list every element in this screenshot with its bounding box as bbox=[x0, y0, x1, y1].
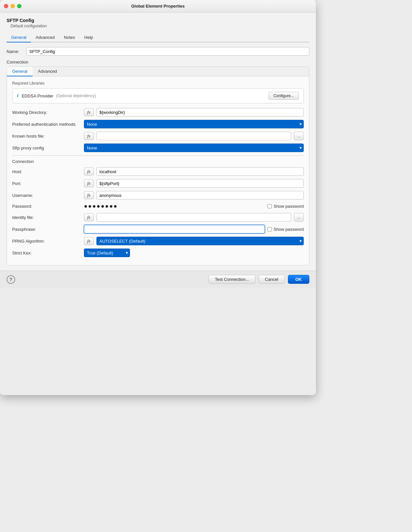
working-directory-input[interactable] bbox=[96, 108, 304, 117]
password-label: Password: bbox=[12, 204, 81, 209]
main-content: SFTP Config Default configuration Genera… bbox=[0, 13, 316, 271]
preferred-auth-select-wrapper: None ▼ bbox=[84, 120, 304, 128]
inner-panel: General Advanced Required Libraries i ED… bbox=[7, 66, 309, 265]
strict-kex-label: Strict Kex: bbox=[12, 251, 81, 255]
prng-label: PRNG Algorithm: bbox=[12, 239, 81, 244]
close-button[interactable] bbox=[4, 4, 8, 8]
minimize-button[interactable] bbox=[11, 4, 15, 8]
ok-button[interactable]: OK bbox=[288, 275, 310, 284]
passphrase-row: Passphrase: Show password bbox=[12, 225, 304, 233]
host-fx-button[interactable]: fx bbox=[84, 168, 94, 175]
sftp-proxy-select[interactable]: None bbox=[84, 144, 304, 152]
preferred-auth-label: Preferred authentication methods bbox=[12, 122, 81, 127]
cancel-button[interactable]: Cancel bbox=[259, 275, 284, 284]
identity-file-fx-button[interactable]: fx bbox=[84, 213, 94, 221]
tab-general-inner[interactable]: General bbox=[7, 67, 33, 76]
dialog-header: SFTP Config Default configuration bbox=[7, 18, 309, 28]
known-hosts-input[interactable] bbox=[96, 132, 291, 140]
traffic-lights bbox=[4, 4, 21, 8]
tab-advanced-inner[interactable]: Advanced bbox=[33, 67, 62, 76]
passphrase-label: Passphrase: bbox=[12, 227, 81, 232]
sftp-proxy-row: Sftp proxy config None ▼ bbox=[12, 144, 304, 152]
identity-file-input[interactable] bbox=[96, 213, 291, 222]
working-directory-row: Working Directory: fx bbox=[12, 108, 304, 117]
name-input[interactable] bbox=[26, 47, 309, 56]
passphrase-input[interactable] bbox=[84, 225, 265, 233]
port-label: Port: bbox=[12, 181, 81, 186]
known-hosts-browse-button[interactable]: ... bbox=[294, 132, 304, 140]
password-row: Password: ●●●●●●●● Show password bbox=[12, 203, 304, 210]
host-label: Host: bbox=[12, 169, 81, 174]
show-passphrase-label: Show password bbox=[273, 227, 304, 232]
identity-file-label: Identity file: bbox=[12, 215, 81, 220]
prng-select[interactable]: AUTOSELECT (Default) bbox=[96, 237, 304, 245]
info-icon: i bbox=[17, 93, 18, 98]
eddsa-optional-text: (Optional dependency) bbox=[56, 93, 269, 98]
show-passphrase-wrap[interactable]: Show password bbox=[268, 227, 304, 232]
host-input[interactable] bbox=[96, 167, 304, 176]
titlebar-title: Global Element Properties bbox=[131, 4, 185, 9]
test-connection-button[interactable]: Test Connection... bbox=[209, 275, 255, 284]
username-row: Username: fx bbox=[12, 191, 304, 200]
help-button[interactable]: ? bbox=[7, 275, 15, 284]
username-fx-button[interactable]: fx bbox=[84, 191, 94, 199]
show-password-wrap[interactable]: Show password bbox=[268, 204, 304, 209]
maximize-button[interactable] bbox=[17, 4, 21, 8]
tab-notes-outer[interactable]: Notes bbox=[59, 33, 80, 42]
tab-advanced-outer[interactable]: Advanced bbox=[31, 33, 59, 42]
known-hosts-fx-button[interactable]: fx bbox=[84, 132, 94, 140]
working-directory-fx-button[interactable]: fx bbox=[84, 108, 94, 116]
preferred-auth-row: Preferred authentication methods None ▼ bbox=[12, 120, 304, 128]
dialog-header-subtitle: Default configuration bbox=[11, 24, 309, 28]
name-row: Name: bbox=[7, 47, 309, 56]
show-password-checkbox[interactable] bbox=[268, 204, 272, 208]
preferred-auth-select[interactable]: None bbox=[84, 120, 304, 128]
port-fx-button[interactable]: fx bbox=[84, 179, 94, 187]
strict-kex-select-wrapper: True (Default) ▼ bbox=[84, 249, 130, 257]
dialog-header-title: SFTP Config bbox=[7, 18, 309, 23]
known-hosts-row: Known hosts file: fx ... bbox=[12, 132, 304, 140]
connection-section-label: Connection bbox=[7, 60, 309, 65]
prng-fx-button[interactable]: fx bbox=[84, 237, 94, 245]
known-hosts-label: Known hosts file: bbox=[12, 134, 81, 139]
required-libraries-title: Required Libraries bbox=[12, 81, 304, 86]
name-label: Name: bbox=[7, 49, 23, 54]
prng-row: PRNG Algorithm: fx AUTOSELECT (Default) … bbox=[12, 237, 304, 245]
titlebar: Global Element Properties bbox=[0, 0, 316, 13]
prng-select-wrapper: AUTOSELECT (Default) ▼ bbox=[96, 237, 304, 245]
sftp-proxy-select-wrapper: None ▼ bbox=[84, 144, 304, 152]
strict-kex-row: Strict Kex: True (Default) ▼ bbox=[12, 249, 304, 257]
tab-help-outer[interactable]: Help bbox=[80, 33, 98, 42]
eddsa-library-card: i EDDSA Provider (Optional dependency) C… bbox=[12, 88, 304, 103]
show-passphrase-checkbox[interactable] bbox=[268, 227, 272, 231]
host-row: Host: fx bbox=[12, 167, 304, 176]
identity-file-row: Identity file: fx ... bbox=[12, 213, 304, 222]
username-label: Username: bbox=[12, 193, 81, 198]
eddsa-provider-name: EDDSA Provider bbox=[22, 93, 53, 98]
divider bbox=[12, 155, 304, 156]
configure-button[interactable]: Configure... bbox=[269, 92, 299, 100]
inner-body: Required Libraries i EDDSA Provider (Opt… bbox=[7, 76, 309, 265]
username-input[interactable] bbox=[96, 191, 304, 200]
identity-file-browse-button[interactable]: ... bbox=[294, 213, 304, 222]
tab-general-outer[interactable]: General bbox=[7, 33, 31, 42]
show-password-label: Show password bbox=[273, 204, 304, 209]
working-directory-label: Working Directory: bbox=[12, 110, 81, 115]
inner-tab-bar: General Advanced bbox=[7, 67, 309, 76]
connection-subsection-label: Connection bbox=[12, 159, 304, 164]
outer-tab-bar: General Advanced Notes Help bbox=[7, 33, 309, 42]
sftp-proxy-label: Sftp proxy config bbox=[12, 146, 81, 150]
port-input[interactable] bbox=[96, 179, 304, 188]
bottom-bar: ? Test Connection... Cancel OK bbox=[0, 271, 316, 288]
port-row: Port: fx bbox=[12, 179, 304, 188]
strict-kex-select[interactable]: True (Default) bbox=[84, 249, 130, 257]
password-dots: ●●●●●●●● bbox=[84, 203, 265, 210]
